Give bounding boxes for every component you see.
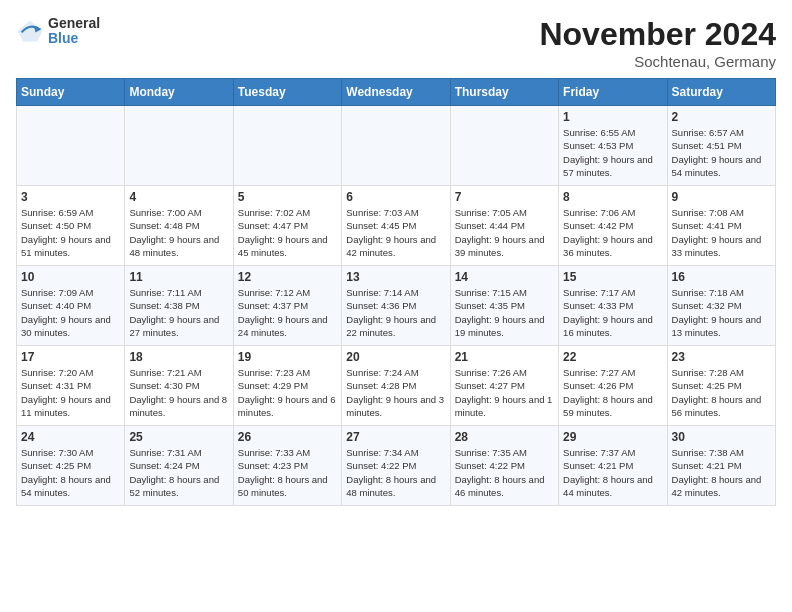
calendar-day-cell: 28Sunrise: 7:35 AM Sunset: 4:22 PM Dayli… [450,426,558,506]
calendar-table: SundayMondayTuesdayWednesdayThursdayFrid… [16,78,776,506]
day-info: Sunrise: 7:06 AM Sunset: 4:42 PM Dayligh… [563,206,662,259]
calendar-day-cell: 9Sunrise: 7:08 AM Sunset: 4:41 PM Daylig… [667,186,775,266]
calendar-day-cell: 3Sunrise: 6:59 AM Sunset: 4:50 PM Daylig… [17,186,125,266]
day-number: 12 [238,270,337,284]
day-info: Sunrise: 7:09 AM Sunset: 4:40 PM Dayligh… [21,286,120,339]
day-info: Sunrise: 7:34 AM Sunset: 4:22 PM Dayligh… [346,446,445,499]
calendar-day-cell: 18Sunrise: 7:21 AM Sunset: 4:30 PM Dayli… [125,346,233,426]
logo-text: General Blue [48,16,100,47]
logo-line1: General [48,16,100,31]
calendar-day-cell: 1Sunrise: 6:55 AM Sunset: 4:53 PM Daylig… [559,106,667,186]
day-number: 27 [346,430,445,444]
calendar-day-cell: 20Sunrise: 7:24 AM Sunset: 4:28 PM Dayli… [342,346,450,426]
day-number: 22 [563,350,662,364]
day-of-week-header: Friday [559,79,667,106]
calendar-day-cell: 17Sunrise: 7:20 AM Sunset: 4:31 PM Dayli… [17,346,125,426]
day-number: 2 [672,110,771,124]
logo: General Blue [16,16,100,47]
day-info: Sunrise: 7:18 AM Sunset: 4:32 PM Dayligh… [672,286,771,339]
day-info: Sunrise: 7:03 AM Sunset: 4:45 PM Dayligh… [346,206,445,259]
day-of-week-header: Wednesday [342,79,450,106]
day-info: Sunrise: 6:55 AM Sunset: 4:53 PM Dayligh… [563,126,662,179]
day-info: Sunrise: 7:35 AM Sunset: 4:22 PM Dayligh… [455,446,554,499]
day-number: 9 [672,190,771,204]
page-title: November 2024 [539,16,776,53]
day-info: Sunrise: 7:20 AM Sunset: 4:31 PM Dayligh… [21,366,120,419]
day-info: Sunrise: 7:00 AM Sunset: 4:48 PM Dayligh… [129,206,228,259]
day-info: Sunrise: 7:28 AM Sunset: 4:25 PM Dayligh… [672,366,771,419]
calendar-day-cell [342,106,450,186]
day-info: Sunrise: 6:59 AM Sunset: 4:50 PM Dayligh… [21,206,120,259]
calendar-day-cell [450,106,558,186]
calendar-day-cell: 26Sunrise: 7:33 AM Sunset: 4:23 PM Dayli… [233,426,341,506]
day-number: 29 [563,430,662,444]
calendar-day-cell: 21Sunrise: 7:26 AM Sunset: 4:27 PM Dayli… [450,346,558,426]
day-number: 16 [672,270,771,284]
day-info: Sunrise: 7:08 AM Sunset: 4:41 PM Dayligh… [672,206,771,259]
logo-line2: Blue [48,31,100,46]
calendar-day-cell: 14Sunrise: 7:15 AM Sunset: 4:35 PM Dayli… [450,266,558,346]
page-subtitle: Sochtenau, Germany [539,53,776,70]
day-number: 7 [455,190,554,204]
day-info: Sunrise: 7:37 AM Sunset: 4:21 PM Dayligh… [563,446,662,499]
calendar-day-cell: 2Sunrise: 6:57 AM Sunset: 4:51 PM Daylig… [667,106,775,186]
calendar-day-cell: 30Sunrise: 7:38 AM Sunset: 4:21 PM Dayli… [667,426,775,506]
day-info: Sunrise: 6:57 AM Sunset: 4:51 PM Dayligh… [672,126,771,179]
calendar-day-cell: 15Sunrise: 7:17 AM Sunset: 4:33 PM Dayli… [559,266,667,346]
day-number: 17 [21,350,120,364]
calendar-week-row: 24Sunrise: 7:30 AM Sunset: 4:25 PM Dayli… [17,426,776,506]
day-number: 5 [238,190,337,204]
calendar-day-cell: 19Sunrise: 7:23 AM Sunset: 4:29 PM Dayli… [233,346,341,426]
day-number: 8 [563,190,662,204]
calendar-day-cell: 29Sunrise: 7:37 AM Sunset: 4:21 PM Dayli… [559,426,667,506]
calendar-day-cell: 8Sunrise: 7:06 AM Sunset: 4:42 PM Daylig… [559,186,667,266]
day-info: Sunrise: 7:12 AM Sunset: 4:37 PM Dayligh… [238,286,337,339]
day-info: Sunrise: 7:05 AM Sunset: 4:44 PM Dayligh… [455,206,554,259]
calendar-day-cell [125,106,233,186]
day-number: 13 [346,270,445,284]
day-number: 20 [346,350,445,364]
calendar-day-cell: 27Sunrise: 7:34 AM Sunset: 4:22 PM Dayli… [342,426,450,506]
calendar-day-cell: 24Sunrise: 7:30 AM Sunset: 4:25 PM Dayli… [17,426,125,506]
calendar-day-cell: 25Sunrise: 7:31 AM Sunset: 4:24 PM Dayli… [125,426,233,506]
logo-icon [16,17,44,45]
calendar-day-cell: 12Sunrise: 7:12 AM Sunset: 4:37 PM Dayli… [233,266,341,346]
day-info: Sunrise: 7:26 AM Sunset: 4:27 PM Dayligh… [455,366,554,419]
calendar-week-row: 10Sunrise: 7:09 AM Sunset: 4:40 PM Dayli… [17,266,776,346]
day-number: 11 [129,270,228,284]
day-of-week-header: Tuesday [233,79,341,106]
calendar-week-row: 1Sunrise: 6:55 AM Sunset: 4:53 PM Daylig… [17,106,776,186]
day-number: 21 [455,350,554,364]
day-number: 25 [129,430,228,444]
day-info: Sunrise: 7:27 AM Sunset: 4:26 PM Dayligh… [563,366,662,419]
calendar-header-row: SundayMondayTuesdayWednesdayThursdayFrid… [17,79,776,106]
day-number: 3 [21,190,120,204]
calendar-day-cell [233,106,341,186]
page-header: General Blue November 2024 Sochtenau, Ge… [16,16,776,70]
day-info: Sunrise: 7:24 AM Sunset: 4:28 PM Dayligh… [346,366,445,419]
calendar-day-cell: 16Sunrise: 7:18 AM Sunset: 4:32 PM Dayli… [667,266,775,346]
day-number: 10 [21,270,120,284]
calendar-week-row: 3Sunrise: 6:59 AM Sunset: 4:50 PM Daylig… [17,186,776,266]
calendar-day-cell: 6Sunrise: 7:03 AM Sunset: 4:45 PM Daylig… [342,186,450,266]
calendar-day-cell: 23Sunrise: 7:28 AM Sunset: 4:25 PM Dayli… [667,346,775,426]
day-info: Sunrise: 7:14 AM Sunset: 4:36 PM Dayligh… [346,286,445,339]
day-of-week-header: Monday [125,79,233,106]
calendar-day-cell: 4Sunrise: 7:00 AM Sunset: 4:48 PM Daylig… [125,186,233,266]
day-number: 23 [672,350,771,364]
calendar-day-cell: 10Sunrise: 7:09 AM Sunset: 4:40 PM Dayli… [17,266,125,346]
day-number: 18 [129,350,228,364]
day-number: 30 [672,430,771,444]
day-info: Sunrise: 7:38 AM Sunset: 4:21 PM Dayligh… [672,446,771,499]
day-of-week-header: Thursday [450,79,558,106]
day-info: Sunrise: 7:02 AM Sunset: 4:47 PM Dayligh… [238,206,337,259]
day-info: Sunrise: 7:11 AM Sunset: 4:38 PM Dayligh… [129,286,228,339]
calendar-day-cell: 7Sunrise: 7:05 AM Sunset: 4:44 PM Daylig… [450,186,558,266]
calendar-day-cell: 11Sunrise: 7:11 AM Sunset: 4:38 PM Dayli… [125,266,233,346]
day-number: 24 [21,430,120,444]
day-info: Sunrise: 7:31 AM Sunset: 4:24 PM Dayligh… [129,446,228,499]
day-info: Sunrise: 7:23 AM Sunset: 4:29 PM Dayligh… [238,366,337,419]
day-number: 1 [563,110,662,124]
calendar-day-cell [17,106,125,186]
day-number: 26 [238,430,337,444]
